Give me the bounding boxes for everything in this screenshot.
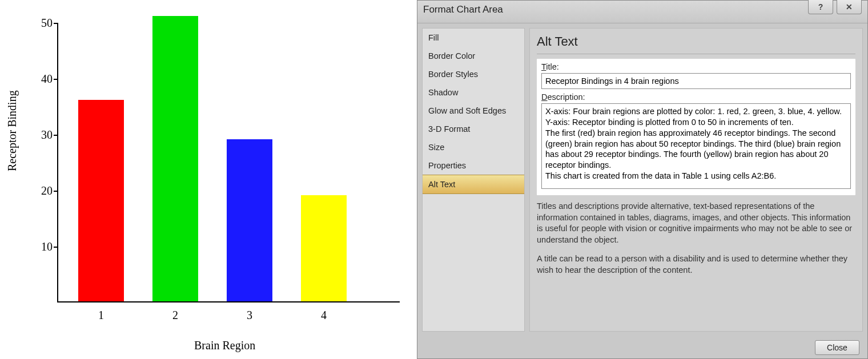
fields-group: Title: Description: [537, 59, 855, 195]
chart-panel: Receptor Binding 10203040501234 Brain Re… [0, 0, 417, 359]
y-tick-label: 20 [30, 184, 53, 197]
x-tick-label: 1 [78, 309, 124, 322]
y-tick [54, 23, 58, 24]
panel-heading: Alt Text [537, 32, 855, 54]
sidebar-item-border-styles[interactable]: Border Styles [423, 65, 524, 83]
y-tick [54, 79, 58, 80]
title-field-label: Title: [541, 62, 851, 71]
x-tick-label: 3 [227, 309, 272, 322]
close-window-button[interactable]: ✕ [837, 0, 862, 14]
y-tick-label: 50 [30, 17, 53, 30]
y-axis-label: Receptor Binding [6, 90, 19, 171]
info-text: Titles and descriptions provide alternat… [537, 201, 855, 276]
info-paragraph-1: Titles and descriptions provide alternat… [537, 201, 855, 245]
y-tick [54, 135, 58, 136]
sidebar-item-glow-and-soft-edges[interactable]: Glow and Soft Edges [423, 102, 524, 120]
alt-text-panel: Alt Text Title: Description: Titles and … [529, 28, 863, 332]
y-tick-label: 30 [30, 128, 53, 142]
y-tick [54, 191, 58, 192]
bar-1 [78, 100, 124, 301]
bars-container [58, 23, 400, 301]
sidebar-item-properties[interactable]: Properties [423, 156, 524, 175]
sidebar-item-alt-text[interactable]: Alt Text [423, 175, 524, 194]
sidebar-item-shadow[interactable]: Shadow [423, 83, 524, 102]
dialog-body: FillBorder ColorBorder StylesShadowGlow … [417, 23, 867, 336]
alt-text-title-input[interactable] [541, 73, 851, 89]
titlebar: Format Chart Area ? ✕ [417, 1, 867, 23]
bar-3 [227, 139, 272, 301]
x-axis-label: Brain Region [194, 339, 255, 352]
x-tick-label: 2 [152, 309, 198, 322]
dialog-panel: Format Chart Area ? ✕ FillBorder ColorBo… [417, 0, 868, 359]
sidebar-item-3-d-format[interactable]: 3-D Format [423, 120, 524, 138]
help-button[interactable]: ? [808, 0, 833, 14]
description-field-label: Description: [541, 92, 851, 102]
x-tick-label: 4 [301, 309, 347, 322]
dialog-title: Format Chart Area [423, 4, 503, 15]
bar-2 [152, 16, 198, 301]
sidebar-item-border-color[interactable]: Border Color [423, 47, 524, 65]
y-tick-label: 40 [30, 72, 53, 86]
plot-area: 10203040501234 [57, 23, 400, 302]
y-tick-label: 10 [30, 240, 53, 253]
sidebar-item-size[interactable]: Size [423, 138, 524, 156]
format-chart-area-dialog: Format Chart Area ? ✕ FillBorder ColorBo… [417, 0, 868, 359]
sidebar: FillBorder ColorBorder StylesShadowGlow … [422, 28, 525, 332]
sidebar-item-fill[interactable]: Fill [423, 29, 524, 47]
info-paragraph-2: A title can be read to a person with a d… [537, 253, 855, 276]
close-button[interactable]: Close [815, 340, 859, 355]
dialog-footer: Close [417, 336, 867, 359]
bar-4 [301, 195, 347, 301]
alt-text-description-input[interactable] [541, 103, 851, 189]
y-tick [54, 247, 58, 248]
